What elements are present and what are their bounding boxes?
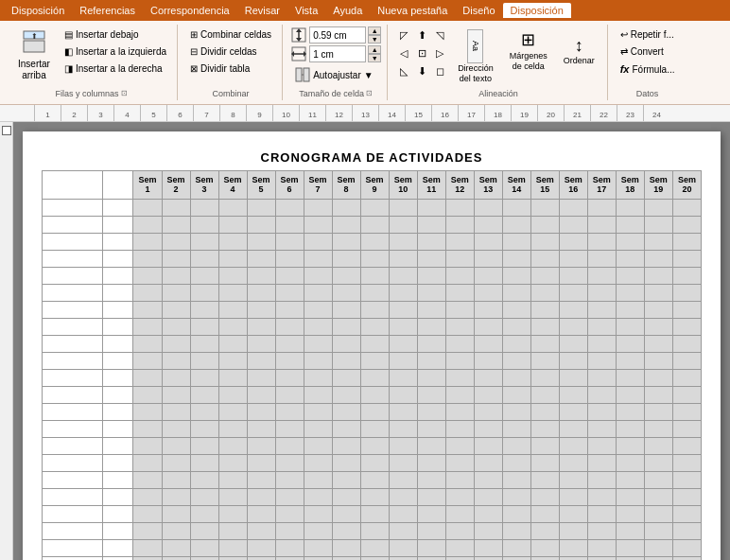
- table-cell[interactable]: [218, 522, 247, 539]
- table-cell[interactable]: [332, 335, 360, 352]
- table-cell[interactable]: [389, 556, 417, 560]
- table-cell[interactable]: [162, 539, 190, 556]
- table-cell[interactable]: [247, 539, 275, 556]
- table-cell[interactable]: [530, 301, 559, 318]
- table-cell[interactable]: [360, 233, 389, 250]
- table-cell[interactable]: [190, 267, 218, 284]
- table-cell[interactable]: [644, 352, 672, 369]
- table-cell[interactable]: [190, 488, 218, 505]
- table-cell[interactable]: [502, 233, 530, 250]
- table-cell[interactable]: [474, 505, 502, 522]
- table-cell[interactable]: [360, 284, 389, 301]
- table-cell[interactable]: [360, 369, 389, 386]
- table-cell[interactable]: [445, 539, 474, 556]
- table-cell[interactable]: [190, 386, 218, 403]
- table-cell[interactable]: [162, 471, 190, 488]
- table-cell[interactable]: [445, 420, 474, 437]
- table-cell[interactable]: [417, 284, 445, 301]
- table-cell[interactable]: [417, 250, 445, 267]
- table-cell[interactable]: [530, 267, 559, 284]
- table-cell[interactable]: [360, 488, 389, 505]
- table-cell[interactable]: [275, 284, 304, 301]
- table-cell[interactable]: [616, 488, 644, 505]
- table-cell[interactable]: [218, 335, 247, 352]
- table-cell[interactable]: [445, 267, 474, 284]
- table-cell[interactable]: [502, 318, 530, 335]
- table-cell[interactable]: [304, 284, 332, 301]
- table-cell[interactable]: [587, 318, 616, 335]
- table-cell[interactable]: [644, 505, 672, 522]
- table-cell[interactable]: [275, 267, 304, 284]
- table-cell[interactable]: [644, 301, 672, 318]
- table-cell[interactable]: [133, 386, 162, 403]
- table-cell[interactable]: [389, 454, 417, 471]
- table-cell[interactable]: [389, 403, 417, 420]
- table-cell[interactable]: [587, 335, 616, 352]
- table-cell[interactable]: [474, 522, 502, 539]
- table-cell[interactable]: [247, 216, 275, 233]
- table-cell[interactable]: [445, 369, 474, 386]
- btn-insertar-izquierda[interactable]: ◧ Insertar a la izquierda: [60, 44, 171, 60]
- table-cell[interactable]: [218, 420, 247, 437]
- table-cell[interactable]: [360, 216, 389, 233]
- table-cell[interactable]: [162, 318, 190, 335]
- table-cell[interactable]: [389, 318, 417, 335]
- table-cell[interactable]: [644, 403, 672, 420]
- table-cell[interactable]: [616, 216, 644, 233]
- table-cell[interactable]: [417, 216, 445, 233]
- table-cell[interactable]: [162, 505, 190, 522]
- table-cell[interactable]: [162, 403, 190, 420]
- table-cell[interactable]: [616, 267, 644, 284]
- table-cell[interactable]: [672, 318, 701, 335]
- table-cell[interactable]: [616, 318, 644, 335]
- table-cell[interactable]: [162, 369, 190, 386]
- table-cell[interactable]: [133, 335, 162, 352]
- table-cell[interactable]: [530, 335, 559, 352]
- table-cell[interactable]: [275, 335, 304, 352]
- table-cell[interactable]: [417, 199, 445, 216]
- table-cell[interactable]: [275, 301, 304, 318]
- table-cell[interactable]: [133, 522, 162, 539]
- table-cell[interactable]: [389, 471, 417, 488]
- table-cell[interactable]: [275, 539, 304, 556]
- table-cell[interactable]: [587, 250, 616, 267]
- table-cell[interactable]: [502, 556, 530, 560]
- table-cell[interactable]: [275, 318, 304, 335]
- table-cell[interactable]: [389, 250, 417, 267]
- table-cell[interactable]: [530, 403, 559, 420]
- table-cell[interactable]: [332, 369, 360, 386]
- table-cell[interactable]: [332, 318, 360, 335]
- table-cell[interactable]: [417, 471, 445, 488]
- table-cell[interactable]: [530, 420, 559, 437]
- table-cell[interactable]: [304, 267, 332, 284]
- table-cell[interactable]: [559, 284, 587, 301]
- table-cell[interactable]: [417, 301, 445, 318]
- table-cell[interactable]: [304, 335, 332, 352]
- table-cell[interactable]: [530, 216, 559, 233]
- table-cell[interactable]: [587, 437, 616, 454]
- table-cell[interactable]: [360, 539, 389, 556]
- table-cell[interactable]: [672, 233, 701, 250]
- table-cell[interactable]: [275, 233, 304, 250]
- table-cell[interactable]: [502, 386, 530, 403]
- table-cell[interactable]: [530, 369, 559, 386]
- btn-align-bot-left[interactable]: ◺: [395, 62, 412, 79]
- table-cell[interactable]: [247, 454, 275, 471]
- table-cell[interactable]: [275, 522, 304, 539]
- btn-align-bot-right[interactable]: ◻: [431, 62, 448, 79]
- btn-insertar-debajo[interactable]: ▤ Insertar debajo: [60, 26, 171, 43]
- table-cell[interactable]: [474, 284, 502, 301]
- table-cell[interactable]: [474, 267, 502, 284]
- table-cell[interactable]: [445, 301, 474, 318]
- table-cell[interactable]: [445, 522, 474, 539]
- table-cell[interactable]: [218, 318, 247, 335]
- table-cell[interactable]: [502, 369, 530, 386]
- table-cell[interactable]: [559, 488, 587, 505]
- table-cell[interactable]: [190, 250, 218, 267]
- table-cell[interactable]: [502, 352, 530, 369]
- btn-repetir[interactable]: ↩ Repetir f...: [616, 26, 680, 43]
- table-cell[interactable]: [389, 216, 417, 233]
- table-cell[interactable]: [304, 199, 332, 216]
- table-cell[interactable]: [304, 471, 332, 488]
- table-cell[interactable]: [644, 335, 672, 352]
